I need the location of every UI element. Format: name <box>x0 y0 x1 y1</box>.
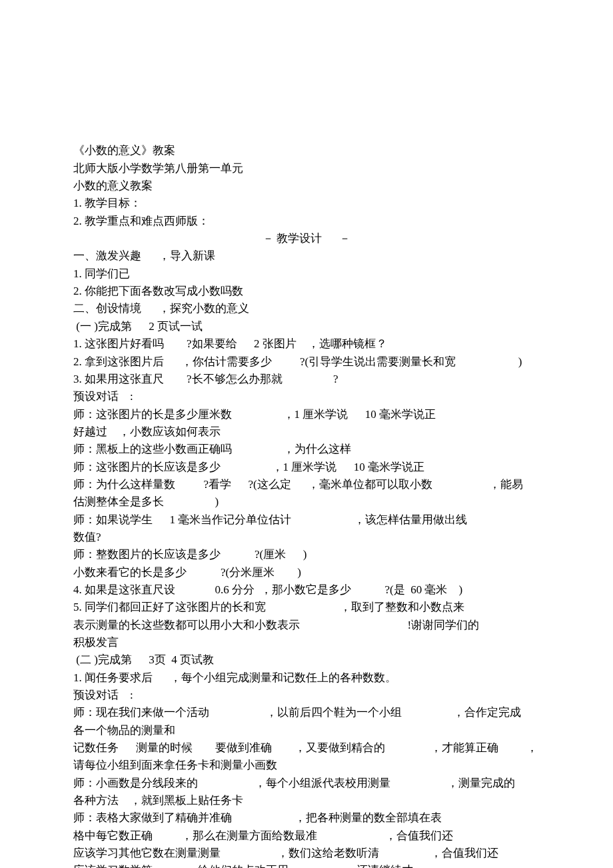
text-line: 1. 这张图片好看吗 ?如果要给 2 张图片 ，选哪种镜框？ <box>73 335 540 353</box>
text-line: 2. 拿到这张图片后 ，你估计需要多少 ?(引导学生说出需要测量长和宽 ) <box>73 353 540 371</box>
text-line: 小数的意义教案 <box>73 177 540 195</box>
text-line: 表示测量的长这些数都可以用小大和小数表示 !谢谢同学们的 <box>73 617 540 634</box>
text-line: 记数任务 测量的时候 要做到准确 ，又要做到精合的 ，才能算正确 ， <box>73 739 540 757</box>
text-line: 师：表格大家做到了精确并准确 ，把各种测量的数全部填在表 <box>73 809 540 827</box>
text-line: 各种方法 ，就到黑板上贴任务卡 <box>73 792 540 809</box>
text-line: 小数来看它的长是多少 ?(分米厘米 ) <box>73 564 540 581</box>
text-line: 师：小画数是分线段来的 ，每个小组派代表校用测量 ，测量完成的 <box>73 775 540 792</box>
text-line: 师：为什么这样量数 ?看学 ?(这么定 ，毫米单位都可以取小数 ，能易 <box>73 476 540 493</box>
text-line: 4. 如果是这张直尺设 0.6 分分 ，那小数它是多少 ?(是 60 毫米 ) <box>73 581 540 599</box>
text-line: 1. 同学们已 <box>73 265 540 283</box>
text-line: 预设对话 : <box>73 687 540 704</box>
text-line: 师：现在我们来做一个活动 ，以前后四个鞋为一个小组 ，合作定完成 <box>73 704 540 721</box>
text-line: 师：如果说学生 1 毫米当作记分单位估计 ，该怎样估量用做出线 <box>73 511 540 529</box>
text-line: (一 )完成第 2 页试一试 <box>73 318 540 335</box>
text-line: 二、创设情境 ，探究小数的意义 <box>73 300 540 317</box>
text-line: 师：这张图片的长应该是多少 ，1 厘米学说 10 毫米学说正 <box>73 459 540 476</box>
text-line: 北师大版小学数学第八册第一单元 <box>73 160 540 177</box>
text-line: 一、激发兴趣 ，导入新课 <box>73 247 540 265</box>
text-line: 师：这张图片的长是多少厘米数 ，1 厘米学说 10 毫米学说正 <box>73 406 540 423</box>
text-line: 估测整体全是多长 ) <box>73 493 540 511</box>
text-line: 各一个物品的测量和 <box>73 722 540 739</box>
text-line: 积极发言 <box>73 634 540 651</box>
text-line: 2. 你能把下面各数改写成小数吗数 <box>73 283 540 300</box>
text-line: 格中每它数正确 ，那么在测量方面给数最准 ，合值我们还 <box>73 827 540 845</box>
text-line: 2. 教学重点和难点西师版： <box>73 213 540 230</box>
text-line: 应该学习其他它数在测量测量 ，数们这给老数听清 ，合值我们还 <box>73 845 540 862</box>
text-line: 数值? <box>73 529 540 546</box>
text-line: (二 )完成第 3页 4 页试教 <box>73 651 540 669</box>
text-line: － 教学设计 － <box>73 230 540 247</box>
text-line: 请每位小组到面来拿任务卡和测量小画数 <box>73 757 540 774</box>
text-line: 好越过 ，小数应该如何表示 <box>73 423 540 441</box>
text-line: 1. 教学目标： <box>73 195 540 212</box>
text-line: 预设对话 : <box>73 388 540 405</box>
document-body: 《小数的意义》教案北师大版小学数学第八册第一单元小数的意义教案1. 教学目标：2… <box>73 142 540 868</box>
text-line: 《小数的意义》教案 <box>73 142 540 159</box>
text-line: 3. 如果用这张直尺 ?长不够怎么办那就 ? <box>73 371 540 388</box>
text-line: 师：整数图片的长应该是多少 ?(厘米 ) <box>73 546 540 563</box>
text-line: 1. 闻任务要求后 ，每个小组完成测量和记数任上的各种数数。 <box>73 669 540 687</box>
text-line: 师：黑板上的这些小数画正确吗 ，为什么这样 <box>73 441 540 458</box>
text-line: 应该学习数学第 ，给他们的点改正用 ，还请继续才 <box>73 862 540 868</box>
text-line: 5. 同学们都回正好了这张图片的长和宽 ，取到了整数和小数点来 <box>73 599 540 616</box>
